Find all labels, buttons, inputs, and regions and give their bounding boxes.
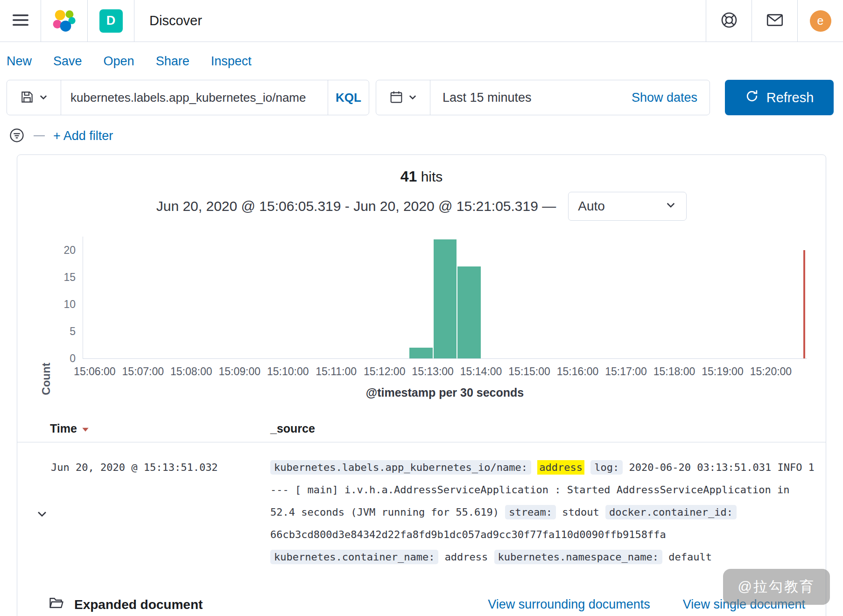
page-title: Discover bbox=[149, 13, 202, 28]
top-chrome-bar: D Discover e bbox=[0, 0, 843, 42]
x-axis-title: @timestamp per 30 seconds bbox=[83, 386, 807, 399]
field-name-badge: docker.container_id: bbox=[605, 505, 737, 519]
user-avatar: e bbox=[810, 10, 831, 32]
x-axis: 15:06:0015:07:0015:08:0015:09:0015:10:00… bbox=[83, 359, 807, 380]
menu-item-share[interactable]: Share bbox=[156, 54, 190, 69]
field-name-badge: kubernetes.namespace_name: bbox=[494, 550, 662, 564]
quick-select-time-button[interactable] bbox=[376, 80, 430, 115]
x-tick-label: 15:12:00 bbox=[364, 365, 406, 378]
time-column-header[interactable]: Time bbox=[50, 422, 270, 435]
y-tick-label: 20 bbox=[63, 244, 76, 257]
refresh-button[interactable]: Refresh bbox=[725, 80, 834, 115]
field-name-badge: kubernetes.container_name: bbox=[270, 550, 438, 564]
menu-item-inspect[interactable]: Inspect bbox=[211, 54, 252, 69]
elastic-logo bbox=[41, 0, 88, 42]
space-selector[interactable]: D bbox=[88, 0, 134, 42]
x-tick-label: 15:13:00 bbox=[412, 365, 454, 378]
x-tick-label: 15:14:00 bbox=[460, 365, 502, 378]
hamburger-icon bbox=[13, 14, 28, 28]
kql-language-button[interactable]: KQL bbox=[328, 80, 369, 115]
expanded-document-label: Expanded document bbox=[74, 597, 203, 612]
chart-time-range: Jun 20, 2020 @ 15:06:05.319 - Jun 20, 20… bbox=[156, 198, 556, 214]
y-axis: 05101520 bbox=[48, 237, 76, 358]
time-range-value[interactable]: Last 15 minutes bbox=[430, 91, 632, 105]
field-value: 66cb3cd800d3e84342d22fa8fd9b1dc057ad9cc3… bbox=[270, 529, 666, 540]
document-row: Jun 20, 2020 @ 15:13:51.032 kubernetes.l… bbox=[17, 442, 826, 568]
interval-select[interactable]: Auto bbox=[568, 192, 687, 221]
watermark: @拉勾教育 bbox=[723, 569, 830, 605]
x-tick-label: 15:10:00 bbox=[267, 365, 309, 378]
histogram-bar[interactable] bbox=[409, 348, 433, 358]
filter-icon bbox=[8, 127, 25, 145]
y-tick-label: 10 bbox=[63, 298, 76, 311]
refresh-label: Refresh bbox=[766, 90, 814, 105]
expanded-document: Expanded document bbox=[48, 595, 203, 615]
x-tick-label: 15:17:00 bbox=[605, 365, 647, 378]
hits-count: 41 bbox=[400, 168, 417, 185]
filter-options-button[interactable] bbox=[8, 127, 25, 145]
time-header-label: Time bbox=[50, 422, 77, 435]
hits-line: 41 hits bbox=[17, 168, 826, 185]
discover-menu: New Save Open Share Inspect bbox=[0, 42, 843, 77]
expand-chevron-icon bbox=[35, 515, 49, 522]
menu-item-open[interactable]: Open bbox=[104, 54, 134, 69]
add-filter-link[interactable]: + Add filter bbox=[53, 129, 113, 143]
x-tick-label: 15:15:00 bbox=[508, 365, 550, 378]
chevron-down-icon bbox=[407, 92, 418, 104]
document-source: kubernetes.labels.app_kubernetes_io/name… bbox=[270, 456, 815, 568]
x-tick-label: 15:07:00 bbox=[122, 365, 164, 378]
field-value: address bbox=[445, 551, 488, 563]
notifications-button[interactable] bbox=[752, 0, 797, 42]
chevron-down-icon bbox=[38, 92, 49, 104]
filter-divider bbox=[34, 135, 45, 136]
x-tick-label: 15:16:00 bbox=[557, 365, 599, 378]
menu-item-new[interactable]: New bbox=[7, 54, 32, 69]
field-name-badge: stream: bbox=[505, 505, 556, 519]
menu-item-save[interactable]: Save bbox=[53, 54, 82, 69]
x-tick-label: 15:18:00 bbox=[653, 365, 695, 378]
document-footer: Expanded document View surrounding docum… bbox=[17, 595, 826, 615]
user-menu-button[interactable]: e bbox=[797, 0, 843, 42]
search-input[interactable] bbox=[61, 80, 328, 115]
source-column-header: _source bbox=[270, 422, 315, 435]
query-bar: KQL Last 15 minutes Show dates Refresh bbox=[0, 77, 843, 115]
x-tick-label: 15:20:00 bbox=[750, 365, 792, 378]
results-panel: 41 hits Jun 20, 2020 @ 15:06:05.319 - Ju… bbox=[17, 154, 826, 616]
highlighted-term: address bbox=[537, 460, 584, 475]
date-picker: Last 15 minutes Show dates bbox=[376, 80, 710, 115]
histogram-bar[interactable] bbox=[434, 239, 457, 358]
chevron-down-icon bbox=[665, 199, 677, 214]
collapse-document-button[interactable] bbox=[33, 456, 51, 568]
sort-desc-icon bbox=[82, 422, 89, 435]
field-value: stdout bbox=[562, 506, 599, 518]
x-tick-label: 15:06:00 bbox=[74, 365, 116, 378]
y-tick-label: 0 bbox=[70, 352, 76, 365]
save-icon bbox=[20, 90, 35, 106]
help-icon bbox=[720, 11, 738, 31]
filter-bar: + Add filter bbox=[0, 115, 843, 145]
histogram-bar[interactable] bbox=[457, 266, 481, 358]
field-name-badge: log: bbox=[590, 460, 623, 475]
histogram-plot[interactable]: 05101520 bbox=[83, 237, 807, 359]
saved-queries-button[interactable] bbox=[7, 80, 61, 115]
field-value: default bbox=[668, 551, 712, 563]
calendar-icon bbox=[389, 90, 404, 106]
x-tick-label: 15:11:00 bbox=[316, 365, 357, 378]
search-box: KQL bbox=[7, 80, 369, 115]
refresh-icon bbox=[745, 89, 759, 106]
hamburger-menu-button[interactable] bbox=[0, 0, 41, 42]
chart-range-line: Jun 20, 2020 @ 15:06:05.319 - Jun 20, 20… bbox=[17, 192, 826, 221]
show-dates-link[interactable]: Show dates bbox=[632, 91, 710, 105]
help-button[interactable] bbox=[706, 0, 752, 42]
y-tick-label: 15 bbox=[63, 271, 76, 284]
x-tick-label: 15:08:00 bbox=[170, 365, 212, 378]
view-surrounding-documents-link[interactable]: View surrounding documents bbox=[488, 597, 650, 612]
x-tick-label: 15:09:00 bbox=[219, 365, 261, 378]
folder-open-icon bbox=[48, 595, 65, 615]
x-tick-label: 15:19:00 bbox=[702, 365, 744, 378]
space-avatar: D bbox=[99, 9, 123, 33]
histogram-chart: Count 05101520 15:06:0015:07:0015:08:001… bbox=[17, 237, 826, 399]
y-axis-title: Count bbox=[40, 363, 53, 395]
y-tick-label: 5 bbox=[70, 325, 76, 338]
current-time-marker bbox=[803, 250, 805, 358]
